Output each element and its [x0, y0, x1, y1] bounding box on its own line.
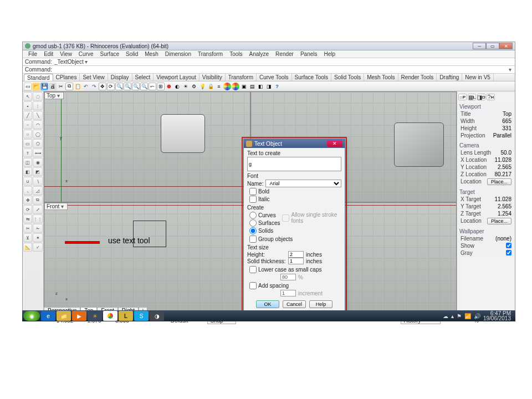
- place-camera-button[interactable]: Place...: [487, 178, 511, 185]
- copy2-icon[interactable]: ⧉: [33, 196, 43, 204]
- surface-icon[interactable]: ◧: [23, 167, 32, 176]
- menu-transform[interactable]: Transform: [195, 50, 226, 58]
- taskbar-chrome-icon[interactable]: [103, 311, 117, 321]
- close-button[interactable]: ✕: [499, 43, 513, 49]
- split-icon[interactable]: ✁: [33, 224, 43, 233]
- cut-icon[interactable]: ✂: [57, 83, 65, 90]
- tray-chevron-icon[interactable]: ▴: [451, 313, 454, 319]
- taskbar-skype-icon[interactable]: S: [134, 311, 149, 321]
- tab-drafting[interactable]: Drafting: [437, 74, 462, 81]
- help-icon[interactable]: ?: [273, 83, 281, 90]
- tab-cplanes[interactable]: CPlanes: [53, 74, 80, 81]
- font-name-select[interactable]: Arial: [265, 180, 341, 187]
- model-top[interactable]: [161, 114, 205, 153]
- diff-icon[interactable]: ∖: [33, 177, 43, 186]
- bold-checkbox[interactable]: [249, 188, 257, 195]
- pan-icon[interactable]: ✥: [99, 83, 106, 90]
- save-icon[interactable]: 💾: [40, 83, 48, 90]
- tab-newv5[interactable]: New in V5: [462, 74, 494, 81]
- place-target-button[interactable]: Place...: [487, 218, 511, 224]
- add-spacing-checkbox[interactable]: [249, 282, 257, 289]
- dialog-titlebar[interactable]: Text Object ✕: [244, 139, 345, 148]
- group-objects-checkbox[interactable]: [249, 236, 257, 243]
- model-persp[interactable]: [394, 122, 444, 167]
- clock[interactable]: 6:47 PM 19/06/2013: [483, 311, 511, 321]
- scale-icon[interactable]: ⤢: [33, 205, 43, 214]
- rectangle-icon[interactable]: ▭: [23, 139, 32, 148]
- mirror-icon[interactable]: ⇋: [23, 214, 32, 223]
- new-icon[interactable]: ▭: [24, 83, 32, 90]
- rotate-icon[interactable]: ⟳: [107, 83, 115, 90]
- object-icon[interactable]: [232, 83, 239, 90]
- polygon-icon[interactable]: ⬠: [33, 139, 43, 148]
- menu-tools[interactable]: Tools: [226, 50, 245, 58]
- array-icon[interactable]: ⋮⋮: [33, 214, 43, 223]
- layers-icon[interactable]: ≡: [215, 83, 223, 90]
- move-icon[interactable]: ✥: [23, 196, 32, 204]
- analyze-icon[interactable]: 📐: [23, 243, 32, 252]
- misc-icon-2[interactable]: ◨: [265, 83, 273, 90]
- ellipse-icon[interactable]: ◯: [33, 130, 43, 139]
- taskbar-sun-icon[interactable]: ☀: [88, 311, 102, 321]
- redo-icon[interactable]: ↷: [90, 83, 98, 90]
- solids-radio[interactable]: [249, 227, 257, 234]
- menu-view[interactable]: View: [57, 50, 75, 58]
- zoom-extents-icon[interactable]: 🔍: [124, 83, 131, 90]
- points-icon[interactable]: ⋮: [33, 101, 43, 110]
- taskbar-l-icon[interactable]: L: [119, 311, 133, 321]
- boolean-icon[interactable]: ∪: [23, 177, 32, 186]
- tab-viewport-layout[interactable]: Viewport Layout: [154, 74, 200, 81]
- dim-icon[interactable]: ⟷: [33, 149, 43, 157]
- italic-checkbox[interactable]: [249, 196, 257, 203]
- zoom-selected-icon[interactable]: 🔍: [132, 83, 140, 90]
- zoom-icon[interactable]: 🔍: [115, 83, 123, 90]
- menu-help[interactable]: Help: [321, 50, 339, 58]
- dropdown-icon[interactable]: ▾: [57, 93, 60, 99]
- command-input[interactable]: [54, 66, 507, 73]
- tray-net-icon[interactable]: 📶: [464, 313, 471, 319]
- check-icon[interactable]: ✓: [33, 243, 43, 252]
- tab-visibility[interactable]: Visibility: [200, 74, 226, 81]
- lock-icon[interactable]: 🔒: [207, 83, 214, 90]
- proptab-d[interactable]: ◨ D: [477, 94, 485, 100]
- explode-icon[interactable]: ✶: [33, 233, 43, 242]
- menu-analyze[interactable]: Analyze: [246, 50, 273, 58]
- tray-volume-icon[interactable]: 🔊: [474, 313, 480, 319]
- taskbar-steam-icon[interactable]: ◑: [150, 311, 164, 321]
- undo-view-icon[interactable]: ⤺: [149, 83, 156, 90]
- copy-icon[interactable]: ⧉: [65, 83, 73, 90]
- tab-display[interactable]: Display: [108, 74, 132, 81]
- chamfer-icon[interactable]: ◿: [33, 186, 43, 195]
- solid-thickness-input[interactable]: [288, 258, 304, 264]
- menu-render[interactable]: Render: [272, 50, 297, 58]
- undo-icon[interactable]: ↶: [82, 83, 90, 90]
- tab-render-tools[interactable]: Render Tools: [398, 74, 437, 81]
- tray-flag-icon[interactable]: ⚑: [457, 313, 462, 319]
- tab-standard[interactable]: Standard: [24, 74, 53, 81]
- rotate2-icon[interactable]: ⟳: [23, 205, 32, 214]
- filter-icon[interactable]: ▣: [240, 83, 248, 90]
- menu-edit[interactable]: Edit: [40, 50, 57, 58]
- command-chevron-icon[interactable]: ▾: [507, 66, 513, 73]
- line-icon[interactable]: ╱: [23, 111, 32, 120]
- curve-icon[interactable]: ~: [23, 120, 32, 129]
- menu-surface[interactable]: Surface: [97, 50, 122, 58]
- tab-surface-tools[interactable]: Surface Tools: [292, 74, 331, 81]
- four-viewports-icon[interactable]: ⊞: [157, 83, 165, 90]
- render-icon[interactable]: ☀: [182, 83, 190, 90]
- select-icon[interactable]: ↖: [23, 92, 32, 101]
- properties-icon[interactable]: [223, 83, 231, 90]
- join-icon[interactable]: ⊻: [23, 233, 32, 242]
- solid-icon[interactable]: ◩: [33, 167, 43, 176]
- surfaces-radio[interactable]: [249, 219, 257, 227]
- history-chevron-icon[interactable]: ▾: [84, 59, 89, 65]
- help-button[interactable]: Help: [309, 300, 332, 308]
- options-icon[interactable]: ⚙: [190, 83, 198, 90]
- ok-button[interactable]: OK: [256, 300, 279, 308]
- menu-solid[interactable]: Solid: [122, 50, 141, 58]
- paste-icon[interactable]: 📋: [74, 83, 81, 90]
- minimize-button[interactable]: ─: [473, 43, 486, 49]
- cancel-button[interactable]: Cancel: [283, 300, 306, 308]
- revolve-icon[interactable]: ◉: [33, 158, 43, 167]
- print-icon[interactable]: 🖨: [49, 83, 57, 90]
